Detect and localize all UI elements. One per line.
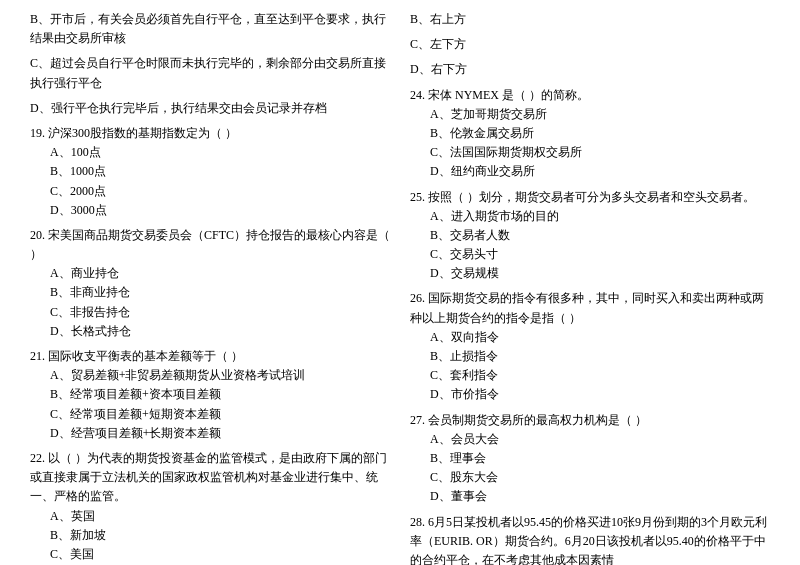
q19-d: D、3000点 (30, 201, 390, 220)
question-28: 28. 6月5日某投机者以95.45的价格买进10张9月份到期的3个月欧元利率（… (410, 513, 770, 566)
option-b1: B、开市后，有关会员必须首先自行平仓，直至达到平仓要求，执行结果由交易所审核 (30, 10, 390, 48)
q20-a: A、商业持仓 (30, 264, 390, 283)
q27-a: A、会员大会 (410, 430, 770, 449)
q20-d: D、长格式持仓 (30, 322, 390, 341)
question-22: 22. 以（ ）为代表的期货投资基金的监管模式，是由政府下属的部门或直接隶属于立… (30, 449, 390, 565)
q22-a: A、英国 (30, 507, 390, 526)
q25-b: B、交易者人数 (410, 226, 770, 245)
option-c1: C、超过会员自行平仓时限而未执行完毕的，剩余部分由交易所直接执行强行平仓 (30, 54, 390, 92)
option-c1-text: C、超过会员自行平仓时限而未执行完毕的，剩余部分由交易所直接执行强行平仓 (30, 54, 390, 92)
q24-text: 24. 宋体 NYMEX 是（ ）的简称。 (410, 86, 770, 105)
question-27: 27. 会员制期货交易所的最高权力机构是（ ） A、会员大会 B、理事会 C、股… (410, 411, 770, 507)
q27-c: C、股东大会 (410, 468, 770, 487)
page-content: B、开市后，有关会员必须首先自行平仓，直至达到平仓要求，执行结果由交易所审核 C… (30, 10, 770, 565)
question-24: 24. 宋体 NYMEX 是（ ）的简称。 A、芝加哥期货交易所 B、伦敦金属交… (410, 86, 770, 182)
q19-text: 19. 沪深300股指数的基期指数定为（ ） (30, 124, 390, 143)
q25-c: C、交易头寸 (410, 245, 770, 264)
q21-c: C、经常项目差额+短期资本差额 (30, 405, 390, 424)
q24-a: A、芝加哥期货交易所 (410, 105, 770, 124)
left-column: B、开市后，有关会员必须首先自行平仓，直至达到平仓要求，执行结果由交易所审核 C… (30, 10, 390, 565)
option-d1: D、强行平仓执行完毕后，执行结果交由会员记录并存档 (30, 99, 390, 118)
q28-text: 28. 6月5日某投机者以95.45的价格买进10张9月份到期的3个月欧元利率（… (410, 513, 770, 566)
main-grid: B、开市后，有关会员必须首先自行平仓，直至达到平仓要求，执行结果由交易所审核 C… (30, 10, 770, 565)
q26-b: B、止损指令 (410, 347, 770, 366)
q25-d: D、交易规模 (410, 264, 770, 283)
q27-d: D、董事会 (410, 487, 770, 506)
q25-a: A、进入期货市场的目的 (410, 207, 770, 226)
q21-d: D、经营项目差额+长期资本差额 (30, 424, 390, 443)
q19-a: A、100点 (30, 143, 390, 162)
question-26: 26. 国际期货交易的指令有很多种，其中，同时买入和卖出两种或两种以上期货合约的… (410, 289, 770, 404)
q20-text: 20. 宋美国商品期货交易委员会（CFTC）持仓报告的最核心内容是（ ） (30, 226, 390, 264)
q27-text: 27. 会员制期货交易所的最高权力机构是（ ） (410, 411, 770, 430)
option-d2r-text: D、右下方 (410, 60, 770, 79)
question-21: 21. 国际收支平衡表的基本差额等于（ ） A、贸易差额+非贸易差额期货从业资格… (30, 347, 390, 443)
option-b2r-text: B、右上方 (410, 10, 770, 29)
q22-b: B、新加坡 (30, 526, 390, 545)
option-b2r: B、右上方 (410, 10, 770, 29)
q26-c: C、套利指令 (410, 366, 770, 385)
option-d2r: D、右下方 (410, 60, 770, 79)
q21-b: B、经常项目差额+资本项目差额 (30, 385, 390, 404)
right-column: B、右上方 C、左下方 D、右下方 24. 宋体 NYMEX 是（ ）的简称。 … (410, 10, 770, 565)
q25-text: 25. 按照（ ）划分，期货交易者可分为多头交易者和空头交易者。 (410, 188, 770, 207)
question-25: 25. 按照（ ）划分，期货交易者可分为多头交易者和空头交易者。 A、进入期货市… (410, 188, 770, 284)
option-d1-text: D、强行平仓执行完毕后，执行结果交由会员记录并存档 (30, 99, 390, 118)
q26-text: 26. 国际期货交易的指令有很多种，其中，同时买入和卖出两种或两种以上期货合约的… (410, 289, 770, 327)
question-20: 20. 宋美国商品期货交易委员会（CFTC）持仓报告的最核心内容是（ ） A、商… (30, 226, 390, 341)
q24-d: D、纽约商业交易所 (410, 162, 770, 181)
q24-b: B、伦敦金属交易所 (410, 124, 770, 143)
q19-c: C、2000点 (30, 182, 390, 201)
q20-c: C、非报告持仓 (30, 303, 390, 322)
option-c2r-text: C、左下方 (410, 35, 770, 54)
q24-c: C、法国国际期货期权交易所 (410, 143, 770, 162)
option-b1-text: B、开市后，有关会员必须首先自行平仓，直至达到平仓要求，执行结果由交易所审核 (30, 10, 390, 48)
question-19: 19. 沪深300股指数的基期指数定为（ ） A、100点 B、1000点 C、… (30, 124, 390, 220)
q19-b: B、1000点 (30, 162, 390, 181)
q26-d: D、市价指令 (410, 385, 770, 404)
q22-text: 22. 以（ ）为代表的期货投资基金的监管模式，是由政府下属的部门或直接隶属于立… (30, 449, 390, 507)
q20-b: B、非商业持仓 (30, 283, 390, 302)
option-c2r: C、左下方 (410, 35, 770, 54)
q27-b: B、理事会 (410, 449, 770, 468)
q21-a: A、贸易差额+非贸易差额期货从业资格考试培训 (30, 366, 390, 385)
q22-c: C、美国 (30, 545, 390, 564)
q26-a: A、双向指令 (410, 328, 770, 347)
q21-text: 21. 国际收支平衡表的基本差额等于（ ） (30, 347, 390, 366)
